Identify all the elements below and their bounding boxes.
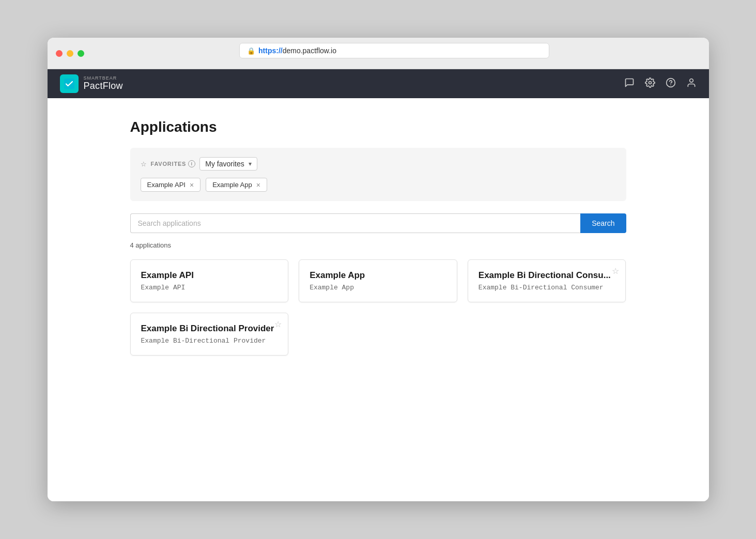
search-button[interactable]: Search xyxy=(580,213,626,233)
favorites-label: FAVORITES i xyxy=(151,160,196,167)
card-subtitle: Example App xyxy=(310,284,446,291)
favorites-section: ☆ FAVORITES i My favorites ▾ Example API… xyxy=(130,148,626,201)
favorites-header: ☆ FAVORITES i My favorites ▾ xyxy=(141,157,616,171)
card-subtitle: Example Bi-Directional Provider xyxy=(141,337,278,345)
favorite-chip-api[interactable]: Example API × xyxy=(141,178,201,192)
pactflow-label: PactFlow xyxy=(84,81,123,91)
cards-grid: Example API Example API Example App Exam… xyxy=(130,259,626,356)
app-card-bi-directional-provider[interactable]: ☆ Example Bi Directional Provider Exampl… xyxy=(130,313,289,356)
card-title: Example App xyxy=(310,270,446,281)
page-title: Applications xyxy=(130,119,626,135)
favorites-chips: Example API × Example App × xyxy=(141,178,616,192)
help-icon[interactable] xyxy=(666,78,676,90)
card-subtitle: Example API xyxy=(141,284,278,291)
minimize-window-button[interactable] xyxy=(67,50,73,57)
chip-close-api[interactable]: × xyxy=(190,181,194,189)
chip-close-app[interactable]: × xyxy=(256,181,260,189)
window-controls: 🔒 https://demo.pactflow.io xyxy=(56,43,701,64)
url-text: https://demo.pactflow.io xyxy=(258,47,336,55)
settings-icon[interactable] xyxy=(645,78,655,90)
app-card-bi-directional-consumer[interactable]: ☆ Example Bi Directional Consu... Exampl… xyxy=(468,259,626,302)
favorites-dropdown[interactable]: My favorites ▾ xyxy=(199,157,257,171)
close-window-button[interactable] xyxy=(56,50,63,57)
logo-area: SMARTBEAR PactFlow xyxy=(60,74,123,93)
svg-point-4 xyxy=(689,79,693,82)
browser-chrome: 🔒 https://demo.pactflow.io xyxy=(48,38,709,69)
card-subtitle: Example Bi-Directional Consumer xyxy=(479,284,615,291)
url-prefix: https:// xyxy=(258,47,283,55)
chevron-down-icon: ▾ xyxy=(249,160,252,167)
app-card-example-api[interactable]: Example API Example API xyxy=(130,259,289,302)
svg-rect-0 xyxy=(64,79,74,89)
star-icon[interactable]: ☆ xyxy=(612,266,619,276)
maximize-window-button[interactable] xyxy=(78,50,84,57)
favorites-dropdown-value: My favorites xyxy=(205,160,244,168)
app-card-example-app[interactable]: Example App Example App xyxy=(299,259,457,302)
svg-point-1 xyxy=(649,81,651,84)
lock-icon: 🔒 xyxy=(247,47,255,55)
pactflow-logo-icon xyxy=(60,74,79,93)
card-title: Example API xyxy=(141,270,278,281)
main-content: Applications ☆ FAVORITES i My favorites … xyxy=(48,98,709,501)
logo-text: SMARTBEAR PactFlow xyxy=(84,76,123,91)
favorites-info-icon[interactable]: i xyxy=(188,160,195,167)
card-title: Example Bi Directional Consu... xyxy=(479,270,615,281)
browser-window: 🔒 https://demo.pactflow.io SMARTBEAR Pac… xyxy=(48,38,709,501)
chip-label: Example API xyxy=(147,181,186,189)
app-header: SMARTBEAR PactFlow xyxy=(48,69,709,98)
results-count: 4 applications xyxy=(130,241,626,249)
url-domain: demo.pactflow.io xyxy=(283,47,336,55)
search-input[interactable] xyxy=(130,213,581,233)
address-bar[interactable]: 🔒 https://demo.pactflow.io xyxy=(239,43,549,58)
header-icons xyxy=(624,78,697,90)
chat-icon[interactable] xyxy=(624,78,635,90)
chip-label: Example App xyxy=(212,181,252,189)
star-icon: ☆ xyxy=(141,160,147,168)
star-icon[interactable]: ☆ xyxy=(274,319,282,329)
user-icon[interactable] xyxy=(686,78,697,90)
card-title: Example Bi Directional Provider xyxy=(141,324,278,334)
search-section: Search xyxy=(130,213,626,233)
favorite-chip-app[interactable]: Example App × xyxy=(206,178,267,192)
